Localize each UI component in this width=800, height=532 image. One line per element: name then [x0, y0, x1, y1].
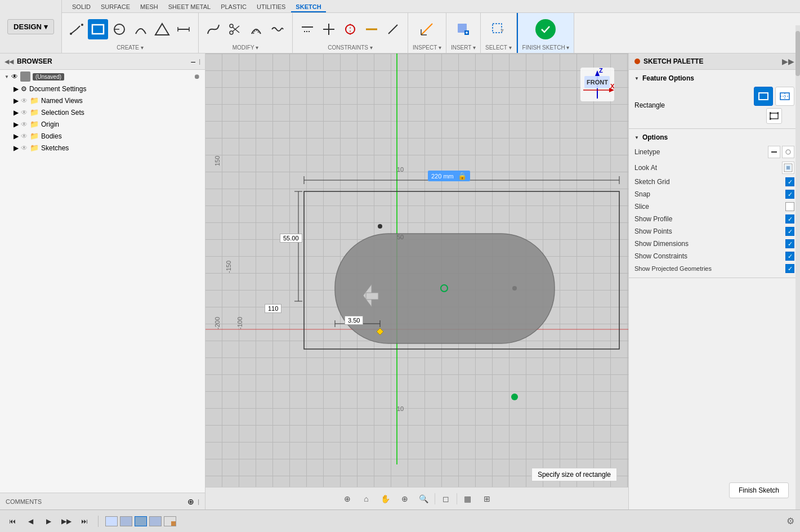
bottom-icon-home[interactable]: ⌂: [358, 490, 375, 507]
playback-start[interactable]: ⏮: [6, 515, 19, 528]
measure-icon[interactable]: [417, 19, 437, 39]
sketches-arrow[interactable]: ▶: [14, 144, 19, 152]
constraints-label[interactable]: CONSTRAINTS ▾: [328, 43, 372, 51]
named-views-eye[interactable]: 👁: [21, 97, 28, 105]
constraint1-icon[interactable]: [297, 19, 318, 39]
tab-mesh[interactable]: MESH: [136, 2, 163, 12]
feature-options-header[interactable]: ▼ Feature Options: [634, 74, 794, 82]
rect-option-corner[interactable]: [754, 87, 773, 106]
bodies-eye[interactable]: 👁: [21, 132, 28, 140]
bottom-icon-pan[interactable]: ✋: [377, 490, 394, 507]
sel-shape-5[interactable]: [164, 516, 176, 526]
selection-sets-arrow[interactable]: ▶: [14, 109, 19, 117]
dash-icon[interactable]: [361, 19, 382, 39]
tab-utilities[interactable]: UTILITIES: [252, 2, 290, 12]
bottom-icon-zoom[interactable]: 🔍: [415, 490, 432, 507]
root-record[interactable]: ⏺: [194, 73, 200, 81]
design-button[interactable]: DESIGN ▾: [7, 19, 54, 34]
show-dimensions-checkbox[interactable]: ✓: [785, 239, 794, 248]
named-views-arrow[interactable]: ▶: [14, 97, 19, 105]
insert-label[interactable]: INSERT ▾: [451, 43, 476, 51]
rectangle-icon[interactable]: [88, 19, 108, 39]
finish-sketch-button[interactable]: [529, 19, 562, 39]
scissors-icon[interactable]: [225, 19, 245, 39]
spline-icon[interactable]: [203, 19, 224, 39]
settings-icon[interactable]: ⚙: [786, 516, 794, 526]
linetype-dashed[interactable]: [782, 146, 794, 158]
select-icon[interactable]: [488, 19, 508, 39]
tab-sketch[interactable]: SKETCH: [291, 2, 325, 12]
create-label[interactable]: CREATE ▾: [117, 43, 144, 51]
inspect-label[interactable]: INSPECT ▾: [413, 43, 441, 51]
browser-item-doc-settings[interactable]: ▶ ⚙ Document Settings: [0, 83, 205, 95]
show-profile-checkbox[interactable]: ✓: [785, 214, 794, 223]
origin-eye[interactable]: 👁: [21, 120, 28, 128]
browser-item-named-views[interactable]: ▶ 👁 📁 Named Views: [0, 95, 205, 106]
comments-add[interactable]: ⊕: [187, 497, 194, 506]
canvas-area[interactable]: 150 -200 -150 -100 10 50 10 220 mm 🔒 5: [205, 53, 628, 509]
origin-arrow[interactable]: ▶: [14, 120, 19, 128]
browser-collapse[interactable]: ◀◀: [5, 58, 14, 65]
tab-solid[interactable]: SOLID: [68, 2, 95, 12]
browser-item-selection-sets[interactable]: ▶ 👁 📁 Selection Sets: [0, 106, 205, 118]
sel-shape-2[interactable]: [120, 516, 132, 526]
lookat-button[interactable]: [782, 162, 794, 174]
rect-option-3point[interactable]: [766, 108, 782, 124]
arc-icon[interactable]: [131, 19, 151, 39]
bottom-icon-move[interactable]: ⊕: [339, 490, 356, 507]
sketches-eye[interactable]: 👁: [21, 144, 28, 152]
bottom-icon-zoom-fit[interactable]: ⊕: [396, 490, 413, 507]
eye-icon-root[interactable]: 👁: [11, 73, 18, 81]
finish-sketch-palette-button[interactable]: Finish Sketch: [729, 482, 789, 498]
select-label[interactable]: SELECT ▾: [485, 43, 512, 51]
selection-sets-eye[interactable]: 👁: [21, 109, 28, 117]
sel-shape-3[interactable]: [135, 516, 147, 526]
circle-icon[interactable]: [109, 19, 129, 39]
modify-label[interactable]: MODIFY ▾: [233, 43, 258, 51]
tab-sheet-metal[interactable]: SHEET METAL: [164, 2, 215, 12]
palette-scrollbar-thumb[interactable]: [795, 31, 800, 76]
finish-sketch-label[interactable]: FINISH SKETCH ▾: [522, 43, 570, 51]
dimension-icon[interactable]: [173, 19, 194, 39]
palette-expand[interactable]: ▶▶: [782, 57, 794, 66]
tab-plastic[interactable]: PLASTIC: [216, 2, 251, 12]
browser-item-origin[interactable]: ▶ 👁 📁 Origin: [0, 118, 205, 130]
doc-arrow[interactable]: ▶: [14, 85, 19, 93]
playback-play[interactable]: ▶: [42, 515, 55, 528]
rect-option-center[interactable]: [775, 87, 794, 106]
root-expand[interactable]: ▼: [5, 74, 9, 79]
diag-icon[interactable]: [383, 19, 403, 39]
browser-pin[interactable]: –: [191, 57, 195, 66]
bodies-arrow[interactable]: ▶: [14, 132, 19, 140]
browser-item-bodies[interactable]: ▶ 👁 📁 Bodies: [0, 130, 205, 142]
show-constraints-checkbox[interactable]: ✓: [785, 252, 794, 261]
tab-surface[interactable]: SURFACE: [96, 2, 135, 12]
dimension-3-50[interactable]: 3.50: [345, 316, 363, 325]
canvas-inner[interactable]: 150 -200 -150 -100 10 50 10 220 mm 🔒 5: [205, 53, 628, 509]
bottom-icon-display[interactable]: ◻: [437, 490, 454, 507]
options-header[interactable]: ▼ Options: [634, 133, 794, 141]
bottom-icon-grid[interactable]: ▦: [459, 490, 476, 507]
sel-shape-1[interactable]: [105, 516, 118, 526]
show-projected-checkbox[interactable]: ✓: [785, 264, 794, 273]
snap-checkbox[interactable]: ✓: [785, 190, 794, 199]
bottom-icon-layout[interactable]: ⊞: [479, 490, 495, 507]
triangle-icon[interactable]: [152, 19, 172, 39]
playback-end[interactable]: ⏭: [78, 515, 91, 528]
dimension-220mm[interactable]: 220 mm 🔒: [428, 171, 470, 181]
browser-item-root[interactable]: ▼ 👁 (Unsaved) ⏺: [0, 70, 205, 83]
circle2-icon[interactable]: [340, 19, 360, 39]
offset-icon[interactable]: [246, 19, 266, 39]
slice-checkbox[interactable]: [785, 202, 794, 211]
dimension-110[interactable]: 110: [265, 304, 281, 313]
sel-shape-4[interactable]: [149, 516, 162, 526]
linetype-solid[interactable]: [768, 146, 780, 158]
playback-prev[interactable]: ◀: [24, 515, 37, 528]
sketch-grid-checkbox[interactable]: ✓: [785, 177, 794, 186]
constraint2-icon[interactable]: [319, 19, 339, 39]
wave-icon[interactable]: [267, 19, 288, 39]
show-points-checkbox[interactable]: ✓: [785, 227, 794, 236]
line-icon[interactable]: [66, 19, 87, 39]
dimension-55[interactable]: 55.00: [280, 234, 302, 243]
browser-item-sketches[interactable]: ▶ 👁 📁 Sketches: [0, 142, 205, 154]
